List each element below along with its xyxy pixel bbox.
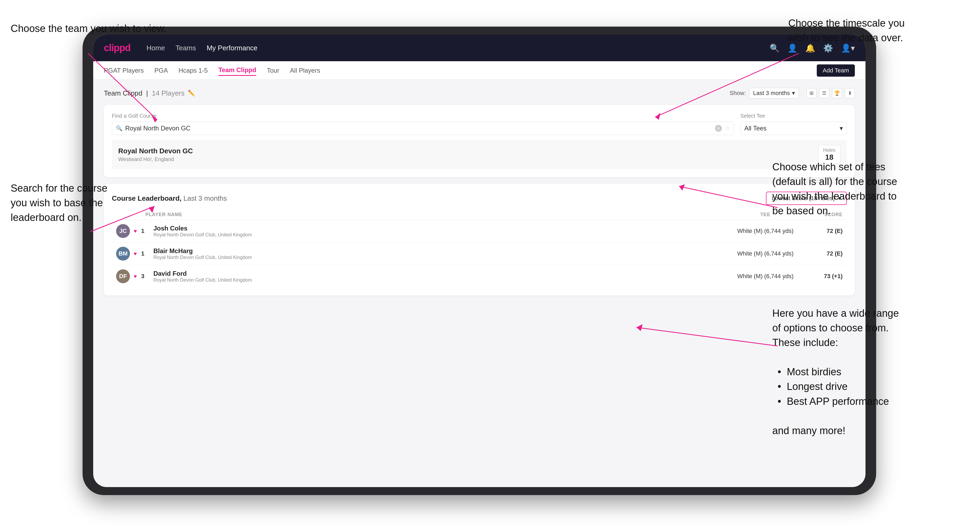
- tablet-screen: clippd Home Teams My Performance 🔍 👤 🔔 ⚙…: [93, 35, 865, 487]
- tab-team-clippd[interactable]: Team Clippd: [218, 65, 256, 76]
- player-score: 73 (+1): [803, 273, 843, 280]
- player-rank: 1: [141, 250, 149, 257]
- annotation-options-range: Here you have a wide rangeof options to …: [772, 306, 899, 438]
- app-logo: clippd: [104, 42, 130, 54]
- player-club: Royal North Devon Golf Club, United King…: [153, 277, 728, 283]
- find-course-label: Find a Golf Course: [112, 113, 734, 119]
- favorite-icon[interactable]: ♥: [134, 228, 137, 234]
- chevron-down-icon: ▾: [792, 90, 795, 97]
- player-name: Blair McHarg: [153, 247, 728, 255]
- favorite-icon[interactable]: ♥: [134, 273, 137, 279]
- show-controls: Show: Last 3 months ▾ ⊞ ☰ 🏆 ⬇: [730, 88, 855, 98]
- col-header-player: PLAYER NAME: [116, 212, 728, 217]
- grid-view-button[interactable]: ⊞: [807, 88, 816, 98]
- tab-pga[interactable]: PGA: [154, 65, 168, 76]
- table-header: PLAYER NAME TEE SCORE: [112, 210, 847, 220]
- player-info: Josh Coles Royal North Devon Golf Club, …: [153, 225, 728, 238]
- player-club: Royal North Devon Golf Club, United King…: [153, 232, 728, 238]
- nav-home[interactable]: Home: [146, 44, 165, 52]
- annotation-timescale: Choose the timescale youwish to see the …: [788, 16, 972, 45]
- table-row: BM ♥ 1 Blair McHarg Royal North Devon Go…: [112, 242, 847, 265]
- find-course-group: Find a Golf Course 🔍 × ☆: [112, 113, 734, 135]
- tab-tour[interactable]: Tour: [267, 65, 279, 76]
- download-button[interactable]: ⬇: [845, 88, 855, 98]
- table-row: DF ♥ 3 David Ford Royal North Devon Golf…: [112, 265, 847, 287]
- course-location: Westward Ho!, England: [118, 156, 193, 162]
- annotation-tee-choice: Choose which set of tees(default is all)…: [772, 160, 897, 218]
- player-tee: White (M) (6,744 yds): [728, 250, 803, 257]
- add-team-button[interactable]: Add Team: [817, 64, 855, 77]
- course-info: Royal North Devon GC Westward Ho!, Engla…: [118, 147, 193, 162]
- tee-dropdown[interactable]: All Tees ▾: [740, 122, 847, 135]
- course-name: Royal North Devon GC: [118, 147, 193, 155]
- player-rank: 1: [141, 227, 149, 235]
- navbar: clippd Home Teams My Performance 🔍 👤 🔔 ⚙…: [93, 35, 865, 61]
- tab-all-players[interactable]: All Players: [290, 65, 320, 76]
- list-view-button[interactable]: ☰: [819, 88, 829, 98]
- nav-teams[interactable]: Teams: [175, 44, 196, 52]
- subnav: PGAT Players PGA Hcaps 1-5 Team Clippd T…: [93, 61, 865, 80]
- nav-my-performance[interactable]: My Performance: [207, 44, 258, 52]
- trophy-view-button[interactable]: 🏆: [832, 88, 842, 98]
- favorite-icon[interactable]: ♥: [134, 251, 137, 257]
- avatar: BM: [116, 247, 130, 260]
- player-score: 72 (E): [803, 250, 843, 257]
- favorite-icon[interactable]: ☆: [725, 125, 730, 132]
- clear-search-button[interactable]: ×: [715, 125, 722, 132]
- main-content: Team Clippd | 14 Players ✏️ Show: Last 3…: [93, 80, 865, 310]
- search-icon: 🔍: [116, 125, 123, 132]
- tablet-frame: clippd Home Teams My Performance 🔍 👤 🔔 ⚙…: [83, 27, 876, 495]
- team-edit-icon[interactable]: ✏️: [188, 90, 195, 97]
- player-tee: White (M) (6,744 yds): [728, 227, 803, 235]
- course-search-input[interactable]: [125, 125, 712, 132]
- tee-label: Select Tee: [740, 113, 847, 119]
- course-search-section: Find a Golf Course 🔍 × ☆ Select Tee All …: [112, 113, 847, 135]
- view-icons: ⊞ ☰ 🏆 ⬇: [807, 88, 855, 98]
- player-name: David Ford: [153, 270, 728, 277]
- course-result: Royal North Devon GC Westward Ho!, Engla…: [112, 140, 847, 169]
- leaderboard-card: Course Leaderboard, Last 3 months Lowest…: [104, 184, 855, 295]
- tab-hcaps[interactable]: Hcaps 1-5: [179, 65, 208, 76]
- leaderboard-title: Course Leaderboard, Last 3 months: [112, 194, 227, 202]
- annotation-team-choice: Choose the team you wish to view.: [11, 21, 167, 36]
- player-score: 72 (E): [803, 227, 843, 235]
- search-icon[interactable]: 🔍: [770, 43, 780, 53]
- leaderboard-title-wrap: Course Leaderboard, Last 3 months: [112, 194, 227, 203]
- player-club: Royal North Devon Golf Club, United King…: [153, 255, 728, 260]
- annotation-course-search: Search for the courseyou wish to base th…: [11, 181, 107, 225]
- player-info: Blair McHarg Royal North Devon Golf Club…: [153, 247, 728, 260]
- course-search-card: Find a Golf Course 🔍 × ☆ Select Tee All …: [104, 105, 855, 177]
- team-header: Team Clippd | 14 Players ✏️ Show: Last 3…: [104, 88, 855, 98]
- player-list: JC ♥ 1 Josh Coles Royal North Devon Golf…: [112, 220, 847, 287]
- show-dropdown[interactable]: Last 3 months ▾: [749, 88, 799, 98]
- table-row: JC ♥ 1 Josh Coles Royal North Devon Golf…: [112, 220, 847, 242]
- avatar: DF: [116, 269, 130, 283]
- leaderboard-header: Course Leaderboard, Last 3 months Lowest…: [112, 192, 847, 205]
- tab-pgat-players[interactable]: PGAT Players: [104, 65, 144, 76]
- course-search-input-wrap: 🔍 × ☆: [112, 122, 734, 135]
- holes-label: Holes: [823, 148, 835, 153]
- nav-links: Home Teams My Performance: [146, 44, 258, 52]
- player-rank: 3: [141, 273, 149, 280]
- team-title: Team Clippd | 14 Players: [104, 89, 185, 97]
- player-tee: White (M) (6,744 yds): [728, 273, 803, 280]
- player-name: Josh Coles: [153, 225, 728, 232]
- tee-section: Select Tee All Tees ▾: [740, 113, 847, 135]
- player-info: David Ford Royal North Devon Golf Club, …: [153, 270, 728, 283]
- avatar: JC: [116, 224, 130, 238]
- chevron-down-icon: ▾: [840, 125, 843, 132]
